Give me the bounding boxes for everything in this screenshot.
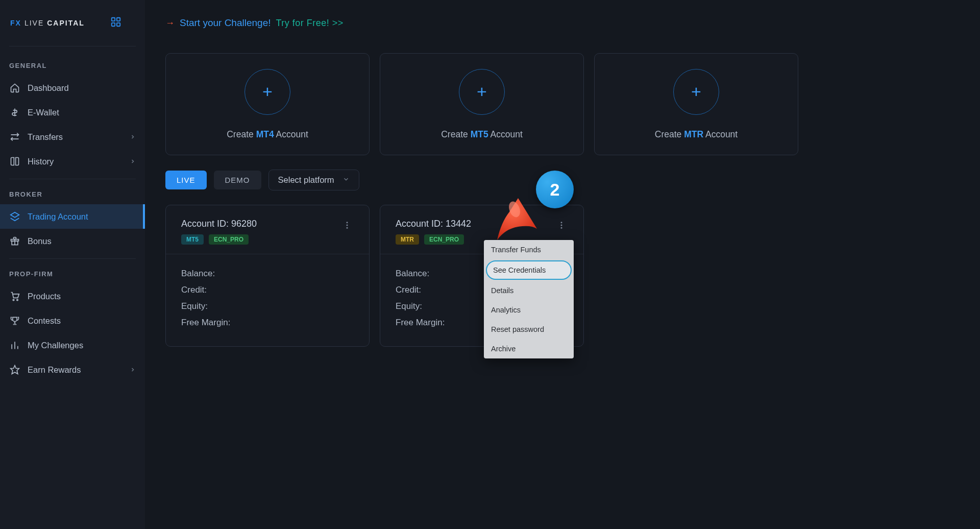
- sidebar-item-label: Products: [28, 292, 61, 301]
- sidebar-divider: [9, 46, 136, 46]
- plus-icon: +: [459, 69, 505, 115]
- sidebar-item-contests[interactable]: Contests: [0, 308, 145, 333]
- sidebar-item-label: History: [28, 157, 54, 166]
- chevron-down-icon: [342, 175, 350, 185]
- create-mt5-card[interactable]: + Create MT5 Account: [380, 53, 584, 155]
- layers-icon: [9, 211, 20, 222]
- account-menu-button[interactable]: [555, 219, 568, 234]
- svg-rect-2: [112, 23, 115, 26]
- dropdown-item-archive[interactable]: Archive: [484, 339, 574, 358]
- tag-mt5: MT5: [181, 234, 204, 245]
- sidebar-divider: [9, 258, 136, 259]
- try-free-link[interactable]: Try for Free! >>: [276, 18, 344, 29]
- bar-chart-icon: [9, 340, 20, 350]
- filter-live-button[interactable]: LIVE: [165, 171, 207, 189]
- dropdown-item-see-credentials[interactable]: See Credentials: [486, 260, 572, 280]
- create-card-label: Create MTR Account: [655, 129, 738, 140]
- filter-demo-button[interactable]: DEMO: [214, 171, 261, 189]
- svg-rect-0: [112, 18, 115, 21]
- star-icon: [9, 365, 20, 375]
- stat-row: Balance:: [181, 266, 354, 282]
- sidebar-section-broker: BROKER: [0, 184, 145, 204]
- sidebar-item-ewallet[interactable]: E-Wallet: [0, 100, 145, 125]
- stat-row: Free Margin:: [181, 315, 354, 331]
- dollar-icon: [9, 107, 20, 117]
- apps-grid-icon[interactable]: [110, 16, 121, 30]
- topbar: → Start your Challenge! Try for Free! >>: [145, 0, 980, 46]
- annotation-cursor-icon: [490, 194, 541, 247]
- sidebar-top: FX LIVE CAPITAL: [0, 0, 145, 46]
- account-id: Account ID: 13442: [396, 219, 471, 229]
- main-content: → Start your Challenge! Try for Free! >>…: [145, 0, 980, 529]
- sidebar: FX LIVE CAPITAL GENERAL Dashboard E-Wall…: [0, 0, 145, 529]
- account-body: Balance: Credit: Equity: Free Margin:: [166, 254, 369, 346]
- trophy-icon: [9, 316, 20, 326]
- svg-point-15: [561, 227, 562, 229]
- sidebar-item-products[interactable]: Products: [0, 284, 145, 308]
- sidebar-item-trading-account[interactable]: Trading Account: [0, 204, 145, 229]
- chevron-right-icon: [130, 132, 136, 142]
- sidebar-item-transfers[interactable]: Transfers: [0, 125, 145, 149]
- account-header: Account ID: 96280 MT5 ECN_PRO: [166, 205, 369, 254]
- svg-point-11: [347, 225, 348, 226]
- arrow-right-icon: →: [165, 18, 175, 29]
- plus-icon: +: [244, 69, 290, 115]
- account-tags: MTR ECN_PRO: [396, 234, 471, 245]
- sidebar-item-label: Bonus: [28, 236, 52, 246]
- cart-icon: [9, 291, 20, 301]
- account-menu-button[interactable]: [340, 219, 354, 234]
- dropdown-item-reset-password[interactable]: Reset password: [484, 320, 574, 339]
- account-id: Account ID: 96280: [181, 219, 257, 229]
- chevron-right-icon: [130, 365, 136, 375]
- tag-ecn-pro: ECN_PRO: [209, 234, 249, 245]
- logo-fx: FX: [10, 19, 21, 27]
- account-card: Account ID: 96280 MT5 ECN_PRO Balance:: [165, 205, 370, 347]
- create-card-label: Create MT5 Account: [441, 129, 523, 140]
- gift-icon: [9, 236, 20, 246]
- tag-mtr: MTR: [396, 234, 419, 245]
- sidebar-section-propfirm: PROP-FIRM: [0, 264, 145, 284]
- stat-row: Credit:: [181, 282, 354, 298]
- sidebar-item-dashboard[interactable]: Dashboard: [0, 76, 145, 100]
- sidebar-item-label: Contests: [28, 316, 61, 326]
- sidebar-item-history[interactable]: History: [0, 149, 145, 174]
- svg-point-12: [347, 227, 348, 229]
- logo-live: LIVE: [24, 19, 44, 27]
- logo-capital: CAPITAL: [47, 19, 85, 27]
- svg-point-7: [13, 299, 14, 301]
- sidebar-item-label: Trading Account: [28, 212, 88, 222]
- plus-icon: +: [673, 69, 719, 115]
- svg-point-10: [347, 222, 348, 223]
- transfers-icon: [9, 132, 20, 142]
- create-cards-row: + Create MT4 Account + Create MT5 Accoun…: [165, 53, 960, 155]
- dropdown-item-analytics[interactable]: Analytics: [484, 300, 574, 320]
- logo: FX LIVE CAPITAL: [10, 19, 85, 27]
- svg-point-8: [17, 299, 18, 301]
- dropdown-item-details[interactable]: Details: [484, 281, 574, 300]
- sidebar-item-label: Dashboard: [28, 83, 69, 93]
- svg-point-13: [561, 222, 562, 223]
- start-challenge-link[interactable]: Start your Challenge!: [180, 17, 271, 29]
- create-mt4-card[interactable]: + Create MT4 Account: [165, 53, 370, 155]
- account-actions-dropdown: Transfer Funds See Credentials Details A…: [484, 240, 574, 358]
- svg-marker-9: [11, 366, 19, 374]
- sidebar-item-bonus[interactable]: Bonus: [0, 229, 145, 253]
- chevron-right-icon: [130, 157, 136, 166]
- sidebar-item-label: Transfers: [28, 132, 63, 142]
- sidebar-item-label: Earn Rewards: [28, 365, 81, 375]
- create-mtr-card[interactable]: + Create MTR Account: [594, 53, 798, 155]
- sidebar-item-label: E-Wallet: [28, 108, 59, 117]
- sidebar-section-general: GENERAL: [0, 56, 145, 76]
- select-platform-label: Select platform: [278, 175, 334, 185]
- select-platform-dropdown[interactable]: Select platform: [268, 170, 359, 190]
- dropdown-item-transfer-funds[interactable]: Transfer Funds: [484, 240, 574, 259]
- svg-point-14: [561, 225, 562, 226]
- sidebar-item-my-challenges[interactable]: My Challenges: [0, 333, 145, 357]
- stat-row: Equity:: [181, 298, 354, 315]
- tag-ecn-pro: ECN_PRO: [424, 234, 464, 245]
- book-icon: [9, 156, 20, 166]
- sidebar-divider: [9, 179, 136, 179]
- sidebar-item-earn-rewards[interactable]: Earn Rewards: [0, 357, 145, 382]
- create-card-label: Create MT4 Account: [227, 129, 308, 140]
- svg-rect-1: [117, 18, 120, 21]
